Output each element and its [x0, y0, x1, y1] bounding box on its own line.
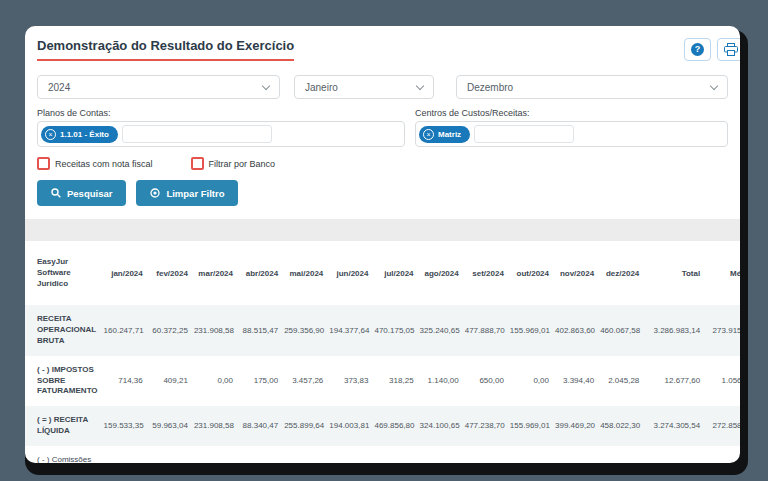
column-header: ago/2024 [417, 241, 462, 305]
centros-custos-multiselect[interactable]: × Matriz [415, 121, 728, 147]
month-value: 477.888,70 [462, 305, 507, 355]
table-header-row: EasyJur Software Jurídico jan/2024fev/20… [25, 241, 740, 305]
table-toolbar [25, 219, 740, 241]
chevron-down-icon [710, 81, 718, 89]
month-value: 6.475,85 [281, 446, 326, 463]
month-value: 160.247,71 [101, 305, 146, 355]
month-value: 150,00 [146, 446, 191, 463]
planos-de-contas-field: Planos de Contas: × 1.1.01 - Êxito [37, 108, 405, 147]
month-value: 159.533,35 [101, 406, 146, 446]
table-body: RECEITA OPERACIONAL BRUTA160.247,7160.37… [25, 305, 740, 463]
media-value: 273.915,26 [703, 305, 740, 355]
month-value: 409,21 [146, 356, 191, 406]
search-button-label: Pesquisar [67, 188, 112, 199]
month-value: 477.238,70 [462, 406, 507, 446]
clear-filter-button-label: Limpar Filtro [166, 188, 224, 199]
month-value: 231.908,58 [191, 305, 236, 355]
column-header: Total [642, 241, 703, 305]
total-value: 3.286.983,14 [642, 305, 703, 355]
column-header: Média [703, 241, 740, 305]
row-label: ( = ) RECEITA LÍQUIDA [25, 406, 101, 446]
month-value: 155.969,01 [507, 305, 552, 355]
month-value: 12.253,37 [371, 446, 416, 463]
media-value: 272.858,80 [703, 406, 740, 446]
month-value: 231.908,58 [191, 406, 236, 446]
help-button[interactable]: ? [684, 38, 711, 61]
search-button[interactable]: Pesquisar [37, 180, 126, 206]
row-label: ( - ) Comissões e repasses Operacionais [25, 446, 101, 463]
end-month-select[interactable]: Dezembro [456, 75, 728, 99]
month-value: 0,00 [507, 356, 552, 406]
plano-tag-label: 1.1.01 - Êxito [60, 130, 109, 139]
centros-custos-input[interactable] [474, 125, 574, 143]
chevron-down-icon [262, 81, 270, 89]
year-select[interactable]: 2024 [37, 75, 280, 99]
banco-checkbox-row[interactable]: Filtrar por Banco [191, 157, 276, 170]
year-select-value: 2024 [48, 82, 70, 93]
table-row: ( - ) Comissões e repasses Operacionais1… [25, 446, 740, 463]
checkbox-filters: Receitas com nota fiscal Filtrar por Ban… [37, 157, 728, 170]
month-value: 48.502,85 [191, 446, 236, 463]
month-value: 325.240,65 [417, 305, 462, 355]
banco-checkbox-label: Filtrar por Banco [209, 159, 276, 169]
month-value: 650,00 [462, 356, 507, 406]
print-button[interactable] [717, 38, 740, 61]
month-value: 18.631,37 [552, 446, 597, 463]
dre-table-section: EasyJur Software Jurídico jan/2024fev/20… [25, 219, 740, 463]
clear-filter-icon [150, 188, 160, 198]
table-row: ( - ) IMPOSTOS SOBRE FATURAMENTO714,3640… [25, 356, 740, 406]
centro-tag-label: Matriz [438, 130, 461, 139]
nota-fiscal-checkbox[interactable] [37, 157, 50, 170]
column-header: jun/2024 [326, 241, 371, 305]
centros-custos-label: Centros de Custos/Receitas: [415, 108, 728, 118]
row-label: RECEITA OPERACIONAL BRUTA [25, 305, 101, 355]
action-buttons: Pesquisar Limpar Filtro [37, 180, 728, 206]
month-value: 458.022,30 [597, 406, 642, 446]
month-value: 399.469,20 [552, 406, 597, 446]
first-column-header: EasyJur Software Jurídico [25, 241, 101, 305]
column-header: out/2024 [507, 241, 552, 305]
report-card: Demonstração do Resultado do Exercício ?… [25, 26, 740, 463]
month-value: 402.863,60 [552, 305, 597, 355]
page-title: Demonstração do Resultado do Exercício [37, 38, 294, 61]
month-value: 0,00 [191, 356, 236, 406]
month-value: 8.256,19 [326, 446, 371, 463]
month-value: 714,36 [101, 356, 146, 406]
planos-de-contas-input[interactable] [122, 125, 272, 143]
chevron-down-icon [416, 81, 424, 89]
nota-fiscal-checkbox-row[interactable]: Receitas com nota fiscal [37, 157, 153, 170]
clear-filter-button[interactable]: Limpar Filtro [136, 180, 238, 206]
card-header: Demonstração do Resultado do Exercício ? [37, 38, 728, 61]
month-value: 460.067,58 [597, 305, 642, 355]
month-value: 373,83 [326, 356, 371, 406]
remove-tag-icon[interactable]: × [423, 129, 434, 140]
column-header: abr/2024 [236, 241, 281, 305]
column-header: dez/2024 [597, 241, 642, 305]
month-value: 3.457,26 [281, 356, 326, 406]
start-month-value: Janeiro [305, 82, 338, 93]
column-header: mar/2024 [191, 241, 236, 305]
month-value: 194.003,81 [326, 406, 371, 446]
month-value: 19.501,45 [507, 446, 552, 463]
month-value: 59.963,04 [146, 406, 191, 446]
column-header: jan/2024 [101, 241, 146, 305]
column-header: jul/2024 [371, 241, 416, 305]
remove-tag-icon[interactable]: × [45, 129, 56, 140]
column-header: nov/2024 [552, 241, 597, 305]
month-value: 88.515,47 [236, 305, 281, 355]
month-value: 155.969,01 [507, 406, 552, 446]
month-value: 60.372,25 [146, 305, 191, 355]
month-value: 88.340,47 [236, 406, 281, 446]
planos-de-contas-multiselect[interactable]: × 1.1.01 - Êxito [37, 121, 405, 147]
month-value: 20.811,38 [597, 446, 642, 463]
row-label: ( - ) IMPOSTOS SOBRE FATURAMENTO [25, 356, 101, 406]
month-value: 469.856,80 [371, 406, 416, 446]
month-value: 3.394,40 [552, 356, 597, 406]
printer-icon [724, 43, 738, 56]
media-value: 14.378,61 [703, 446, 740, 463]
column-header: fev/2024 [146, 241, 191, 305]
start-month-select[interactable]: Janeiro [294, 75, 434, 99]
plano-tag: × 1.1.01 - Êxito [41, 126, 118, 143]
column-header: set/2024 [462, 241, 507, 305]
banco-checkbox[interactable] [191, 157, 204, 170]
